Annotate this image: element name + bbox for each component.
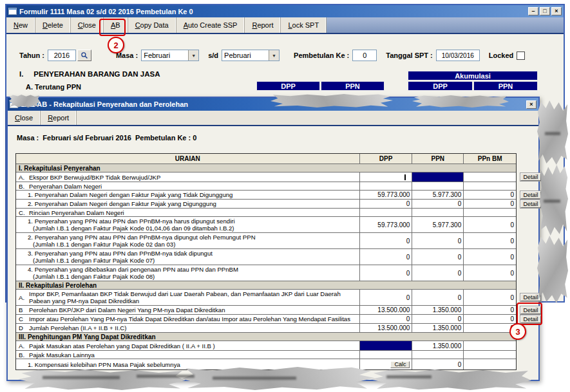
ppnbm-cell: 0: [464, 306, 516, 314]
ppnbm-cell: 0: [464, 324, 516, 332]
dpp-cell: 0: [360, 249, 413, 265]
row-kompensasi: 1. Kompensasi kelebihan PPN Masa Pajak s…: [16, 359, 516, 369]
ppn-cell: 0: [412, 233, 464, 248]
section-row-perolehan: II. Rekapitulasi Perolehan: [16, 281, 516, 290]
app-icon: [8, 8, 17, 15]
ppnbm-cell: 0: [464, 191, 516, 199]
detail-button-fp-tidak-digunggung[interactable]: Detail: [520, 191, 541, 199]
masa-dropdown[interactable]: Februari ▼: [141, 50, 199, 61]
callout-step-3: 3: [509, 323, 526, 340]
row-penyerahan-dn: B.Penyerahan Dalam Negeri: [16, 182, 516, 191]
text-remnant: [43, 376, 120, 379]
row-impor-bkp: A.Impor BKP, Pemanfaatan BKP Tidak Berwu…: [16, 290, 516, 306]
tahun-label: Tahun :: [19, 51, 44, 59]
ppn-cell: 0: [412, 249, 464, 265]
window1-titlebar[interactable]: Formulir 1111 Masa 02 s/d 02 2016 Pembet…: [6, 5, 564, 17]
header-dpp: DPP: [360, 154, 413, 163]
col-header-akum-dpp: DPP: [408, 81, 473, 91]
pembetulan-input[interactable]: 0: [352, 50, 377, 61]
detail-button-ekspor[interactable]: Detail: [520, 173, 541, 181]
col-header-akum-ppn: PPN: [473, 81, 538, 91]
row-perolehan-dn: BPerolehan BKP/JKP dari Dalam Negeri Yan…: [16, 306, 516, 315]
lock-spt-button[interactable]: Lock SPT: [281, 17, 327, 33]
col-header-dpp: DPP: [256, 81, 320, 91]
text-remnant: [213, 377, 296, 380]
ppnbm-cell: 0: [464, 249, 516, 265]
ppnbm-cell: [464, 341, 516, 350]
section-row-pm: III. Penghitungan PM Yang Dapat Dikredit…: [16, 333, 516, 341]
section-ia-title: A. Terutang PPN: [26, 83, 81, 91]
section-i-title: I. PENYERAHAN BARANG DAN JASA: [19, 70, 160, 78]
tanggal-spt-input[interactable]: 10/03/2016: [436, 50, 480, 61]
tanggal-spt-label: Tanggal SPT :: [386, 51, 433, 59]
tahun-input[interactable]: 2016: [48, 50, 76, 61]
calc-button[interactable]: Calc: [390, 361, 410, 368]
dpp-cell-disabled: [360, 341, 413, 350]
ppn-cell: 0: [412, 200, 464, 208]
ppn-cell: 5.977.300: [412, 217, 464, 232]
screenshot-root: Formulir 1111 Masa 02 s/d 02 2016 Pembet…: [0, 0, 570, 392]
header-uraian: URAIAN: [16, 154, 360, 163]
locked-checkbox[interactable]: [517, 51, 525, 60]
new-button[interactable]: New: [6, 17, 35, 33]
highlight-box-ab: [99, 19, 126, 36]
header-ppnbm: PPn BM: [464, 154, 516, 163]
dpp-cell: 13.500.000: [360, 306, 413, 314]
row-rincian-dn: C.Rincian Penyerahan Dalam Negeri: [16, 209, 516, 217]
sd-label: s/d: [208, 51, 218, 59]
text-remnant: [545, 132, 560, 135]
row-tidak-dikreditkan: CImpor atau Perolehan Yang PM-nya Tidak …: [16, 315, 516, 324]
close-icon[interactable]: ×: [551, 7, 562, 15]
text-cursor: [404, 174, 406, 180]
ppn-cell: 0: [412, 265, 464, 281]
ppnbm-cell: 0: [464, 290, 516, 305]
delete-button[interactable]: Delete: [35, 17, 71, 33]
callout-step-2: 2: [108, 37, 124, 53]
spt-header-form: Tahun : 2016 Masa : Februari ▼ s/d Pebru…: [19, 49, 525, 62]
header-ppn: PPN: [412, 154, 464, 163]
chevron-down-icon: ▼: [188, 50, 198, 61]
table-header-row: URAIAN DPP PPN PPn BM: [16, 154, 516, 164]
text-remnant: [386, 375, 432, 378]
minimize-icon[interactable]: –: [528, 7, 538, 15]
report-button[interactable]: Report: [41, 111, 77, 125]
detail-button-impor[interactable]: Detail: [520, 294, 541, 301]
ppn-cell: 1.350.000: [412, 341, 464, 350]
ppn-cell: 1.350.000: [412, 306, 464, 314]
dpp-cell: 0: [360, 265, 413, 281]
sd-dropdown[interactable]: Pebruari ▼: [222, 50, 280, 61]
row-jumlah-perolehan: DJumlah Perolehan (II.A + II.B + II.C) 1…: [16, 324, 516, 333]
recap-table: URAIAN DPP PPN PPn BM I. Rekapitulasi Pe…: [15, 153, 517, 370]
maximize-icon[interactable]: □: [540, 7, 550, 15]
row-dipungut-pemungut: 2. Penyerahan yang PPN atau PPN dan PPnB…: [16, 233, 516, 249]
ppn-cell: 0: [412, 359, 464, 369]
row-ekspor: A.Ekspor BKP Berwujud/BKP Tidak Berwujud…: [16, 173, 516, 182]
chevron-down-icon: ▼: [269, 50, 279, 61]
locked-label: Locked: [489, 51, 514, 59]
dpp-cell: 0: [360, 315, 413, 323]
ppnbm-cell: [464, 173, 516, 182]
section-row-penyerahan: I. Rekapitulasi Penyerahan: [16, 164, 516, 173]
col-header-ppn: PPN: [321, 81, 385, 91]
dpp-cell: 0: [360, 290, 413, 305]
close-button[interactable]: Close: [8, 111, 41, 125]
ppnbm-cell: 0: [464, 265, 516, 281]
report-button[interactable]: Report: [245, 17, 281, 33]
ppn-cell-selected: [412, 173, 464, 182]
masa-summary: Masa : Februari s/d Februari 2016 Pembet…: [17, 134, 196, 142]
search-button[interactable]: [77, 50, 91, 61]
ppn-cell: 0: [412, 290, 464, 305]
window-1111ab: 1111 AB - Rekapitulasi Penyerahan dan Pe…: [6, 97, 540, 381]
row-dibebaskan: 4. Penyerahan yang dibebaskan dari penge…: [16, 265, 516, 281]
row-fp-digunggung: 2. Penyerahan Dalam Negeri dengan Faktur…: [16, 200, 516, 209]
auto-create-ssp-button[interactable]: Auto Create SSP: [176, 17, 245, 33]
detail-button-fp-digunggung[interactable]: Detail: [520, 200, 541, 208]
close-icon[interactable]: ×: [526, 100, 537, 109]
window2-title: 1111 AB - Rekapitulasi Penyerahan dan Pe…: [21, 100, 188, 108]
ppn-cell: 1.350.000: [412, 324, 464, 332]
dpp-input-ekspor[interactable]: [360, 173, 413, 182]
dpp-cell: 59.773.000: [360, 191, 413, 199]
ppnbm-cell: 0: [464, 233, 516, 248]
row-tidak-dipungut: 3. Penyerahan yang PPN atau PPN dan PPnB…: [16, 249, 516, 265]
copy-data-button[interactable]: Copy Data: [128, 17, 176, 33]
